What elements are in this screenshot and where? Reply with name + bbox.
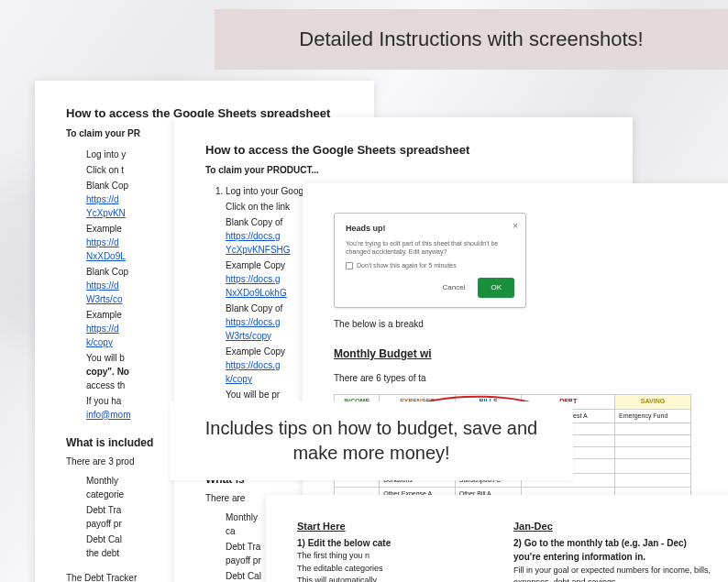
link[interactable]: YcXpvKN — [86, 208, 126, 218]
heads-up-dialog: × Heads up! You're trying to edit part o… — [334, 213, 526, 308]
link[interactable]: https://d — [86, 194, 119, 204]
jan-dec-heading: Jan-Dec — [513, 519, 711, 534]
link[interactable]: https://d — [86, 324, 119, 334]
link[interactable]: https://docs.g — [226, 231, 280, 241]
page2-title: How to access the Google Sheets spreadsh… — [205, 141, 601, 159]
link[interactable]: https://d — [86, 280, 119, 291]
checkbox-icon[interactable] — [346, 262, 353, 269]
cancel-button[interactable]: Cancel — [437, 279, 471, 297]
link[interactable]: k/copy — [226, 374, 252, 384]
link[interactable]: https://d — [86, 237, 119, 247]
close-icon[interactable]: × — [513, 219, 518, 233]
link[interactable]: k/copy — [86, 337, 113, 347]
ok-button[interactable]: OK — [478, 278, 514, 298]
start-here-column: Start Here 1) Edit the below cate The fi… — [297, 519, 495, 582]
below-text: The below is a breakd — [334, 317, 728, 331]
link[interactable]: https://docs.g — [226, 360, 280, 370]
link[interactable]: https://docs.g — [226, 317, 280, 327]
dialog-text: You're trying to edit part of this sheet… — [346, 239, 514, 256]
jan-dec-column: Jan-Dec 2) Go to the monthly tab (e.g. J… — [513, 519, 711, 582]
start-here-heading: Start Here — [297, 519, 495, 534]
col-savings: SAVING — [614, 395, 690, 410]
dialog-checkbox-row[interactable]: Don't show this again for 5 minutes — [346, 261, 514, 271]
page2-claim: To claim your PRODUCT... — [205, 163, 601, 177]
dialog-title: Heads up! — [346, 223, 514, 236]
doc-page-4: Start Here 1) Edit the below cate The fi… — [266, 495, 728, 582]
tips-banner: Includes tips on how to budget, save and… — [170, 401, 573, 480]
link[interactable]: YcXpvKNFSHG — [226, 245, 291, 255]
six-types-text: There are 6 types of ta — [334, 371, 728, 385]
link[interactable]: info@mom — [86, 410, 131, 420]
link[interactable]: https://docs.g — [226, 274, 280, 284]
tips-banner-text: Includes tips on how to budget, save and… — [188, 416, 555, 466]
link[interactable]: W3rts/copy — [226, 331, 271, 341]
top-banner-text: Detailed Instructions with screenshots! — [299, 27, 643, 51]
link[interactable]: W3rts/co — [86, 294, 122, 304]
link[interactable]: NxXDo9LokhG — [226, 288, 287, 298]
monthly-budget-heading: Monthly Budget wi — [334, 346, 728, 362]
link[interactable]: NxXDo9L — [86, 251, 126, 261]
top-banner: Detailed Instructions with screenshots! — [215, 9, 728, 70]
